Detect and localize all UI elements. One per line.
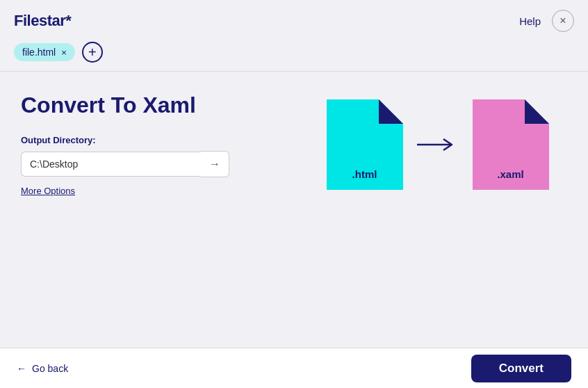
- convert-button[interactable]: Convert: [471, 355, 571, 382]
- target-ext-label: .xaml: [473, 168, 549, 180]
- back-arrow-icon: ←: [17, 363, 26, 374]
- main-content: Convert To Xaml Output Directory: → More…: [0, 72, 588, 348]
- output-directory-input[interactable]: [21, 152, 201, 177]
- arrow-right-icon: →: [209, 158, 220, 170]
- add-file-button[interactable]: +: [82, 42, 103, 63]
- help-button[interactable]: Help: [519, 15, 541, 27]
- header-right: Help ×: [519, 10, 574, 32]
- tags-row: file.html × +: [0, 42, 588, 71]
- close-button[interactable]: ×: [552, 10, 574, 32]
- conversion-visual: .html .xaml: [327, 99, 549, 190]
- more-options-button[interactable]: More Options: [21, 186, 75, 196]
- file-tag-label: file.html: [22, 47, 56, 58]
- close-icon: ×: [560, 15, 566, 27]
- source-file-icon: .html: [327, 99, 403, 190]
- output-row: →: [21, 151, 229, 177]
- plus-icon: +: [88, 45, 97, 59]
- target-file-icon: .xaml: [473, 99, 549, 190]
- svg-marker-1: [379, 99, 403, 124]
- footer: ← Go back Convert: [0, 348, 588, 388]
- left-panel: Convert To Xaml Output Directory: → More…: [21, 92, 280, 197]
- conversion-arrow: [417, 136, 459, 153]
- file-tag: file.html ×: [14, 43, 75, 61]
- source-ext-label: .html: [327, 168, 403, 180]
- right-panel: .html .xaml: [308, 92, 567, 190]
- svg-marker-4: [525, 99, 549, 124]
- page-title: Convert To Xaml: [21, 92, 280, 118]
- logo: Filestar*: [14, 12, 71, 30]
- browse-button[interactable]: →: [201, 151, 229, 177]
- remove-tag-button[interactable]: ×: [61, 48, 67, 57]
- go-back-label: Go back: [32, 363, 68, 374]
- go-back-button[interactable]: ← Go back: [17, 363, 68, 374]
- header: Filestar* Help ×: [0, 0, 588, 42]
- output-directory-label: Output Directory:: [21, 135, 280, 145]
